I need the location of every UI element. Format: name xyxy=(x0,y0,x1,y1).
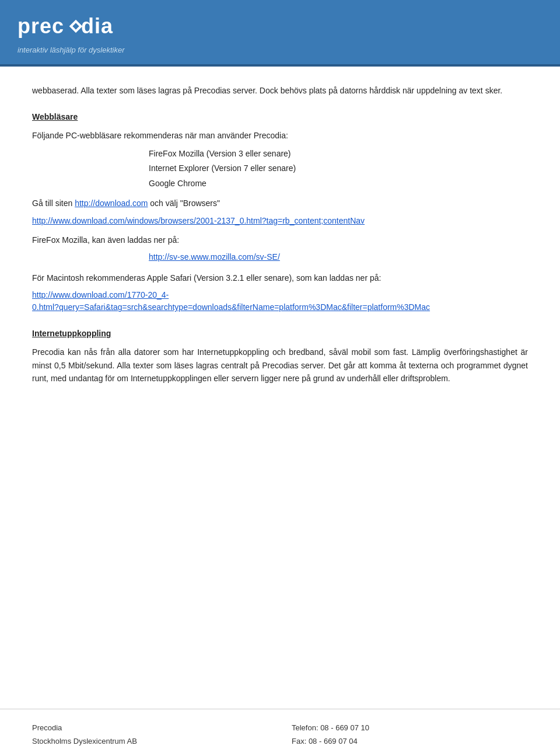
safari-url2-link[interactable]: 0.html?query=Safari&tag=srch&searchtype=… xyxy=(32,302,430,312)
intro-paragraph: webbaserad. Alla texter som läses lagras… xyxy=(32,84,528,97)
firefox-note: FireFox Mozilla, kan även laddas ner på: xyxy=(32,234,528,246)
mac-note: För Macintosh rekommenderas Apple Safari… xyxy=(32,271,528,284)
webbläsare-intro: Följande PC-webbläsare rekommenderas när… xyxy=(32,129,528,142)
goto-site-line: Gå till siten http://download.com och vä… xyxy=(32,197,528,210)
footer-fax: Fax: 08 - 669 07 04 xyxy=(292,734,528,748)
footer-left: Precodia Stockholms Dyslexicentrum AB Bi… xyxy=(32,721,268,750)
firefox-link-block: http://sv-se.www.mozilla.com/sv-SE/ xyxy=(149,251,528,263)
main-content: webbaserad. Alla texter som läses lagras… xyxy=(0,67,560,709)
browser-item-3: Google Chrome xyxy=(149,176,528,191)
intro-text: webbaserad. Alla texter som läses lagras… xyxy=(32,86,502,95)
page-header: prec dia interaktiv läshjälp för dyslekt… xyxy=(0,0,560,64)
webbläsare-section: Webbläsare Följande PC-webbläsare rekomm… xyxy=(32,111,528,314)
tagline: interaktiv läshjälp för dyslektiker xyxy=(18,44,542,56)
internetuppkoppling-section: Internetuppkoppling Precodia kan nås frå… xyxy=(32,328,528,385)
internetuppkoppling-text: Precodia kan nås från alla datorer som h… xyxy=(32,346,528,385)
footer-subsidiary: Stockholms Dyslexicentrum AB xyxy=(32,734,268,748)
browser-item-1: FireFox Mozilla (Version 3 eller senare) xyxy=(149,147,528,161)
page-footer: Precodia Stockholms Dyslexicentrum AB Bi… xyxy=(0,709,560,750)
firefox-url-link[interactable]: http://sv-se.www.mozilla.com/sv-SE/ xyxy=(149,252,280,262)
footer-company: Precodia xyxy=(32,721,268,734)
footer-phone: Telefon: 08 - 669 07 10 xyxy=(292,721,528,734)
webbläsare-heading: Webbläsare xyxy=(32,111,528,123)
goto-site-suffix: och välj "Browsers" xyxy=(148,198,220,208)
footer-right: Telefon: 08 - 669 07 10 Fax: 08 - 669 07… xyxy=(268,721,528,750)
browsers-url-line: http://www.download.com/windows/browsers… xyxy=(32,214,528,227)
safari-url1-link[interactable]: http://www.download.com/1770-20_4- xyxy=(32,290,169,299)
browser-item-2: Internet Explorer (Version 7 eller senar… xyxy=(149,161,528,176)
logo: prec dia xyxy=(18,11,542,42)
browser-list: FireFox Mozilla (Version 3 eller senare)… xyxy=(149,147,528,191)
browsers-url-link[interactable]: http://www.download.com/windows/browsers… xyxy=(32,216,365,225)
internetuppkoppling-heading: Internetuppkoppling xyxy=(32,328,528,340)
logo-text: prec dia xyxy=(18,14,113,38)
safari-link-block: http://www.download.com/1770-20_4- 0.htm… xyxy=(32,289,528,313)
goto-site-text: Gå till siten xyxy=(32,198,75,208)
download-com-link[interactable]: http://download.com xyxy=(75,198,148,208)
